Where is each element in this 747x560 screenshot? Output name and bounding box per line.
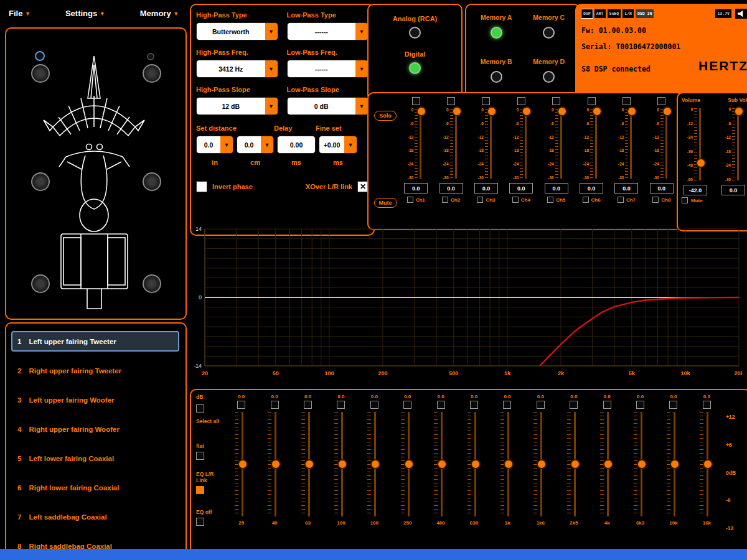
menu-memory[interactable]: Memory ▼	[140, 9, 179, 18]
speaker-upper-right[interactable]	[143, 64, 161, 83]
low-pass-type-dropdown[interactable]: ------▼	[287, 22, 369, 40]
eq-band-250-slider[interactable]	[400, 411, 416, 518]
level-select-6-checkbox[interactable]	[588, 97, 596, 105]
eq-band-10k-checkbox[interactable]	[669, 401, 677, 409]
eq-band-250-checkbox[interactable]	[403, 401, 411, 409]
eq-band-1k-checkbox[interactable]	[503, 401, 511, 409]
eq-select-all-checkbox[interactable]	[196, 404, 204, 413]
eq-band-40-checkbox[interactable]	[271, 401, 279, 409]
eq-band-1k6-thumb[interactable]	[537, 459, 547, 469]
eq-band-630-checkbox[interactable]	[470, 401, 478, 409]
ch8-checkbox[interactable]	[652, 197, 659, 203]
distance-in-dropdown[interactable]: 0.0▼	[196, 136, 233, 154]
eq-band-630-slider[interactable]	[466, 411, 482, 518]
ch4-checkbox[interactable]	[512, 197, 519, 203]
level-select-1-checkbox[interactable]	[412, 97, 420, 105]
level-select-8-checkbox[interactable]	[657, 97, 665, 105]
eq-band-6k3-thumb[interactable]	[637, 459, 647, 469]
level-select-4-checkbox[interactable]	[517, 97, 525, 105]
ch7-checkbox[interactable]	[618, 197, 624, 203]
eq-band-400-thumb[interactable]	[437, 459, 447, 469]
channel-list-item-4[interactable]: 4Right upper fairing Woofer	[11, 419, 179, 439]
chevron-down-icon[interactable]: ▼	[265, 23, 278, 40]
eq-band-1k6-checkbox[interactable]	[537, 401, 545, 409]
level-slider-7-thumb[interactable]	[627, 106, 637, 116]
eq-band-16k-thumb[interactable]	[703, 459, 713, 469]
eq-band-160-thumb[interactable]	[370, 459, 380, 469]
volume-slider[interactable]: 0-12-24-36-48-60	[684, 106, 707, 182]
speaker-lower-right[interactable]	[143, 172, 161, 191]
low-pass-slope-dropdown[interactable]: 0 dB▼	[287, 97, 369, 115]
level-slider-1-thumb[interactable]	[416, 106, 426, 116]
level-slider-6[interactable]: 0-6-12-18-24-30	[580, 107, 603, 180]
eq-band-2k5-slider[interactable]	[566, 411, 582, 518]
eq-band-2k5-thumb[interactable]	[570, 459, 580, 469]
ch3-checkbox[interactable]	[477, 197, 483, 203]
eq-band-16k-checkbox[interactable]	[703, 401, 711, 409]
delay-value-box[interactable]: 0.00	[277, 136, 316, 154]
eq-band-400-slider[interactable]	[433, 411, 449, 518]
ch5-checkbox[interactable]	[547, 197, 553, 203]
eq-band-1k-slider[interactable]	[499, 411, 515, 518]
channel-list-item-7[interactable]: 7Left saddlebag Coaxial	[11, 506, 179, 527]
level-select-2-checkbox[interactable]	[447, 97, 455, 105]
level-slider-4-thumb[interactable]	[522, 106, 532, 116]
chevron-down-icon[interactable]: ▼	[220, 136, 233, 153]
solo-button[interactable]: Solo	[374, 111, 397, 121]
memory-c-led[interactable]	[543, 27, 555, 39]
level-slider-3[interactable]: 0-6-12-18-24-30	[474, 107, 498, 180]
channel-list-item-2[interactable]: 2Right upper fairing Tweeter	[11, 360, 179, 381]
chevron-down-icon[interactable]: ▼	[261, 136, 273, 153]
level-slider-5[interactable]: 0-6-12-18-24-30	[545, 107, 568, 180]
channel-list-item-3[interactable]: 3Left upper fairing Woofer	[11, 390, 179, 410]
distance-cm-dropdown[interactable]: 0.0▼	[237, 136, 274, 154]
memory-d-led[interactable]	[543, 71, 555, 83]
eq-band-63-slider[interactable]	[300, 411, 316, 518]
fine-set-dropdown[interactable]: +0.00▼	[319, 136, 357, 154]
eq-band-100-checkbox[interactable]	[337, 401, 345, 409]
memory-b-led[interactable]	[491, 71, 502, 83]
master-mute-checkbox[interactable]	[682, 197, 688, 203]
channel-list-item-1[interactable]: 1Left upper fairing Tweeter	[11, 331, 179, 352]
speaker-saddlebag-right[interactable]	[143, 274, 161, 293]
eq-band-4k-thumb[interactable]	[603, 459, 613, 469]
eq-band-25-thumb[interactable]	[238, 459, 248, 469]
eq-band-63-checkbox[interactable]	[304, 401, 312, 409]
level-slider-5-thumb[interactable]	[557, 106, 567, 116]
ch2-checkbox[interactable]	[442, 197, 448, 203]
eq-band-4k-checkbox[interactable]	[603, 401, 611, 409]
level-slider-6-thumb[interactable]	[592, 106, 602, 116]
level-slider-2[interactable]: 0-6-12-18-24-30	[439, 107, 463, 180]
ch6-checkbox[interactable]	[583, 197, 589, 203]
low-pass-freq-dropdown[interactable]: ------▼	[287, 60, 369, 78]
speaker-saddlebag-left[interactable]	[31, 274, 50, 293]
eq-link-checkbox[interactable]	[196, 486, 204, 494]
speaker-upper-left[interactable]	[31, 64, 50, 83]
eq-band-160-slider[interactable]	[366, 411, 382, 518]
level-slider-1[interactable]: 0-6-12-18-24-30	[404, 107, 428, 180]
eq-band-250-thumb[interactable]	[404, 459, 414, 469]
channel-list-item-5[interactable]: 5Left lower fairing Coaxial	[11, 448, 179, 469]
level-slider-4[interactable]: 0-6-12-18-24-30	[509, 107, 533, 180]
eq-band-630-thumb[interactable]	[471, 459, 481, 469]
eq-band-6k3-checkbox[interactable]	[636, 401, 644, 409]
chevron-down-icon[interactable]: ▼	[344, 136, 357, 153]
ch1-checkbox[interactable]	[407, 197, 413, 203]
level-select-3-checkbox[interactable]	[482, 97, 490, 105]
chevron-down-icon[interactable]: ▼	[265, 60, 278, 77]
eq-band-160-checkbox[interactable]	[370, 401, 378, 409]
menu-file[interactable]: File ▼	[9, 9, 31, 18]
menu-settings[interactable]: Settings ▼	[65, 9, 105, 18]
high-pass-freq-dropdown[interactable]: 3412 Hz▼	[196, 60, 278, 78]
sub-volume-thumb[interactable]	[734, 106, 744, 116]
eq-band-100-thumb[interactable]	[337, 459, 347, 469]
eq-band-4k-slider[interactable]	[599, 411, 615, 518]
eq-band-1k-thumb[interactable]	[504, 459, 514, 469]
level-slider-8-thumb[interactable]	[662, 106, 672, 116]
eq-band-40-slider[interactable]	[266, 411, 283, 518]
flat-checkbox[interactable]	[196, 452, 204, 460]
eq-band-40-thumb[interactable]	[271, 459, 281, 469]
channel-list-item-6[interactable]: 6Right lower fairing Coaxial	[11, 477, 179, 498]
eq-band-10k-thumb[interactable]	[670, 459, 680, 469]
level-slider-8[interactable]: 0-6-12-18-24-30	[650, 107, 674, 180]
